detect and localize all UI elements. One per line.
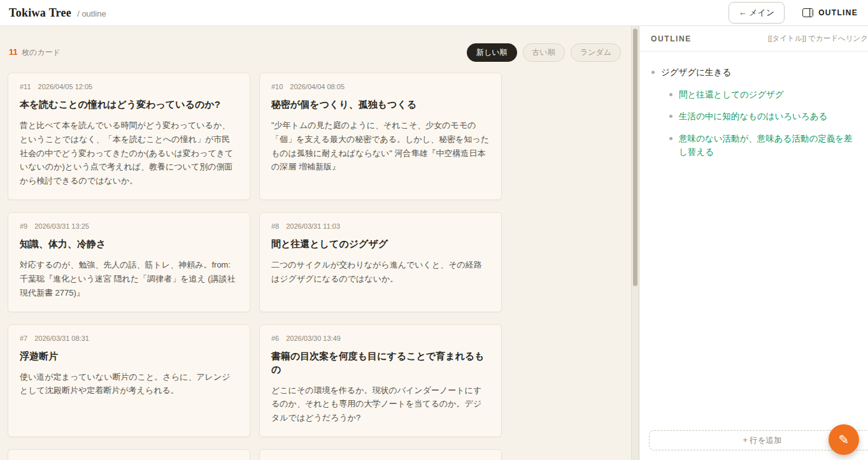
scrollbar[interactable] (631, 26, 639, 460)
card-timestamp: 2026/03/31 13:25 (34, 222, 89, 230)
card-id: #8 (271, 222, 279, 230)
card-count: 11 枚のカード (9, 47, 60, 58)
card-body: 昔と比べて本を読んでいる時間がどう変わっているか、ということではなく、「本を読む… (20, 119, 238, 188)
card-meta: #6 2026/03/30 13:49 (271, 334, 490, 342)
board-toolbar: 11 枚のカード 新しい順 古い順 ランダム (0, 26, 639, 62)
card-timestamp: 2026/04/05 12:05 (38, 83, 93, 90)
outline-panel-header: OUTLINE [[タイトル]] でカードへリンク (639, 26, 868, 52)
bullet-icon (669, 137, 672, 140)
card[interactable]: #9 2026/03/31 13:25 知識、体力、冷静さ 対応するのが、勉強、… (8, 212, 250, 312)
card-title: 書籍の目次案を何度も目にすることで育まれるもの (271, 349, 490, 376)
bullet-icon (669, 93, 672, 96)
sort-oldest-button[interactable]: 古い順 (523, 43, 565, 62)
pencil-icon: ✎ (839, 433, 850, 446)
header-right: ← メイン OUTLINE (729, 2, 858, 24)
card-meta: #11 2026/04/05 12:05 (20, 83, 238, 90)
card[interactable]: #5 2026/03/30 09:19 メモするツールは「浮いていて」欲しい (8, 449, 250, 460)
card-body: 使い道が定まっていない断片のこと。さらに、アレンジとして沈殿断片や定着断片が考え… (20, 370, 238, 398)
card-body: 対応するのが、勉強、先人の話、筋トレ、神頼み。from:千葉聡『進化という迷宮 … (20, 258, 238, 299)
outline-item-link: 間と往還としてのジグザグ (679, 88, 784, 102)
card-id: #10 (271, 83, 283, 90)
sidebar-panel-icon-pane (809, 9, 813, 17)
outline-panel-title: OUTLINE (651, 34, 692, 43)
card-title: 秘密が個をつくり、孤独もつくる (271, 97, 490, 111)
outline-item-link: 生活の中に知的なものはいろいろある (679, 110, 827, 124)
outline-item[interactable]: 間と往還としてのジグザグ (669, 88, 858, 102)
outline-panel: OUTLINE [[タイトル]] でカードへリンク ジグザグに生きる 間と往還と… (639, 26, 868, 460)
card-timestamp: 2026/03/31 11:03 (286, 222, 340, 230)
card-id: #7 (20, 334, 27, 342)
sort-random-button[interactable]: ランダム (571, 43, 621, 62)
card[interactable]: #10 2026/04/04 08:05 秘密が個をつくり、孤独もつくる "少年… (259, 73, 502, 200)
card-meta: #7 2026/03/31 08:31 (20, 334, 238, 342)
outline-toggle-button[interactable]: OUTLINE (802, 8, 858, 17)
card-title: 浮遊断片 (20, 349, 238, 363)
outline-link-hint: [[タイトル]] でカードへリンク (768, 34, 868, 43)
card-id: #9 (20, 222, 27, 230)
card-board: 11 枚のカード 新しい順 古い順 ランダム #11 2026/04/05 12… (0, 26, 639, 460)
card-meta: #8 2026/03/31 11:03 (271, 222, 490, 230)
card-meta: #10 2026/04/04 08:05 (271, 83, 490, 90)
sort-newest-button[interactable]: 新しい順 (467, 43, 517, 62)
bullet-icon (651, 71, 655, 74)
card-body: "少年トムの見た庭のように、それこそ、少女のモモの「個」を支える最大の秘密である… (271, 119, 490, 174)
card-meta: #9 2026/03/31 13:25 (20, 222, 238, 230)
card[interactable]: #4 2026/03/29 16:27 プラグマティック観照生活 (259, 449, 502, 460)
outline-item-link: 意味のない活動が、意味ある活動の定義を差し替える (679, 132, 858, 159)
header-left: Tokiwa Tree / outline (9, 6, 106, 20)
card-title: 知識、体力、冷静さ (20, 237, 238, 250)
card-title: 本を読むことの憧れはどう変わっているのか? (20, 97, 238, 111)
outline-item[interactable]: ジグザグに生きる (651, 66, 858, 80)
scrollbar-thumb[interactable] (633, 29, 637, 286)
card[interactable]: #7 2026/03/31 08:31 浮遊断片 使い道が定まっていない断片のこ… (8, 324, 250, 437)
card-count-label: 枚のカード (22, 48, 60, 57)
card-body: 二つのサイクルが交わりながら進んでいくと、その経路はジグザグになるのではないか。 (271, 258, 490, 286)
app-header: Tokiwa Tree / outline ← メイン OUTLINE (0, 0, 868, 26)
card-id: #11 (20, 83, 31, 90)
sidebar-panel-icon (802, 8, 813, 17)
card-timestamp: 2026/03/30 13:49 (286, 334, 341, 342)
back-to-main-button[interactable]: ← メイン (729, 2, 785, 24)
card-timestamp: 2026/04/04 08:05 (290, 83, 345, 90)
card-id: #6 (271, 334, 279, 342)
card-count-number: 11 (9, 47, 18, 57)
card-title: 間と往還としてのジグザグ (271, 237, 490, 250)
outline-item-label: ジグザグに生きる (661, 66, 731, 80)
card[interactable]: #6 2026/03/30 13:49 書籍の目次案を何度も目にすることで育まれ… (259, 324, 502, 437)
bullet-icon (669, 115, 672, 118)
app-logo[interactable]: Tokiwa Tree (9, 6, 71, 20)
outline-item[interactable]: 意味のない活動が、意味ある活動の定義を差し替える (669, 132, 858, 159)
outline-list: ジグザグに生きる 間と往還としてのジグザグ 生活の中に知的なものはいろいろある … (639, 52, 868, 159)
outline-toggle-label: OUTLINE (818, 8, 858, 17)
card-timestamp: 2026/03/31 08:31 (34, 334, 89, 342)
new-card-fab[interactable]: ✎ (829, 424, 859, 455)
outline-item[interactable]: 生活の中に知的なものはいろいろある (669, 110, 858, 124)
main-content: 11 枚のカード 新しい順 古い順 ランダム #11 2026/04/05 12… (0, 26, 868, 460)
card[interactable]: #8 2026/03/31 11:03 間と往還としてのジグザグ 二つのサイクル… (259, 212, 502, 312)
card[interactable]: #11 2026/04/05 12:05 本を読むことの憧れはどう変わっているの… (8, 73, 250, 200)
card-body: どこにその環境を作るか。現状のバインダーノートにするのか、それとも専用の大学ノー… (271, 384, 490, 425)
breadcrumb: / outline (77, 9, 106, 18)
sort-buttons: 新しい順 古い順 ランダム (467, 43, 621, 62)
card-grid: #11 2026/04/05 12:05 本を読むことの憧れはどう変わっているの… (8, 73, 502, 460)
